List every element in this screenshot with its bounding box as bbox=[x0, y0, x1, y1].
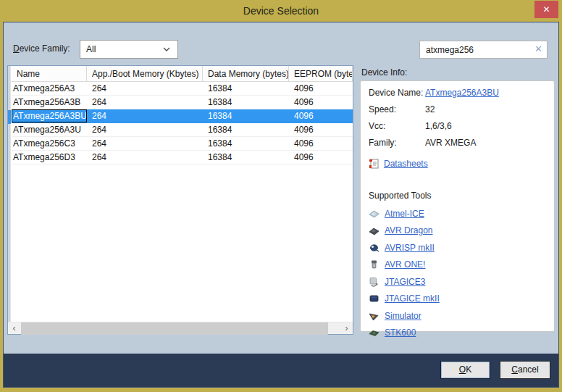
family-row: Family: AVR XMEGA bbox=[369, 138, 554, 154]
device-family-dropdown[interactable]: All bbox=[80, 40, 178, 59]
supported-tools-title: Supported Tools bbox=[369, 191, 554, 201]
device-info-title: Device Info: bbox=[361, 67, 407, 78]
search-input[interactable] bbox=[420, 41, 529, 58]
tool-link[interactable]: AVR ONE! bbox=[385, 259, 425, 270]
cell-eeprom: 4096 bbox=[289, 96, 353, 109]
tool-link[interactable]: Simulator bbox=[385, 311, 422, 321]
column-header-appboot[interactable]: App./Boot Memory (Kbytes) bbox=[87, 66, 203, 81]
cell-appboot: 264 bbox=[87, 137, 203, 150]
tool-link[interactable]: AVR Dragon bbox=[385, 225, 432, 235]
device-family-label: Device Family: bbox=[13, 43, 70, 54]
horizontal-scrollbar: ‹ › bbox=[8, 322, 353, 334]
cell-name: ATxmega256A3B bbox=[12, 96, 87, 109]
cell-name: ATxmega256A3U bbox=[12, 123, 87, 136]
tool-link[interactable]: Atmel-ICE bbox=[385, 209, 424, 219]
supported-tools-list: Atmel-ICE AVR Dragon AVRISP mkII bbox=[369, 205, 554, 341]
table-header: Name App./Boot Memory (Kbytes) Data Memo… bbox=[12, 66, 353, 82]
cell-datamem: 16384 bbox=[203, 151, 289, 164]
chevron-down-icon bbox=[163, 47, 170, 52]
clear-search-icon[interactable]: ✕ bbox=[534, 43, 542, 54]
cell-datamem: 16384 bbox=[203, 137, 289, 150]
device-selection-dialog: Device Selection ✕ Device Family: All ✕ … bbox=[0, 0, 562, 392]
cell-datamem: 16384 bbox=[203, 82, 289, 95]
cell-eeprom: 4096 bbox=[289, 109, 353, 122]
row-header-strip bbox=[8, 66, 11, 322]
datasheets-link[interactable]: Datasheets bbox=[384, 159, 428, 169]
cell-eeprom: 4096 bbox=[289, 151, 353, 164]
tool-link[interactable]: STK600 bbox=[385, 328, 416, 338]
selected-row-marker bbox=[8, 110, 11, 124]
cell-name: ATxmega256D3 bbox=[12, 151, 87, 164]
datasheets-row: Datasheets bbox=[369, 156, 554, 172]
table-row-selected[interactable]: ATxmega256A3BU 264 16384 4096 bbox=[12, 109, 353, 123]
cell-eeprom: 4096 bbox=[289, 82, 353, 95]
vcc-value: 1,6/3,6 bbox=[425, 121, 452, 131]
cell-eeprom: 4096 bbox=[289, 123, 353, 136]
device-name-link[interactable]: ATxmega256A3BU bbox=[425, 88, 499, 98]
table-row[interactable]: ATxmega256A3U 264 16384 4096 bbox=[12, 123, 353, 137]
pdf-document-icon bbox=[369, 159, 379, 169]
close-icon: ✕ bbox=[542, 4, 550, 14]
cell-datamem: 16384 bbox=[203, 96, 289, 109]
device-info-panel: Device Name: ATxmega256A3BU Speed: 32 Vc… bbox=[360, 80, 555, 332]
table-row[interactable]: ATxmega256D3 264 16384 4096 bbox=[12, 151, 353, 164]
scrollbar-thumb[interactable] bbox=[21, 322, 328, 335]
cell-appboot: 264 bbox=[87, 123, 203, 136]
simulator-icon bbox=[369, 311, 379, 321]
tool-item: STK600 bbox=[369, 325, 554, 342]
table-row[interactable]: ATxmega256A3 264 16384 4096 bbox=[12, 82, 353, 96]
titlebar: Device Selection ✕ bbox=[0, 0, 562, 22]
cell-appboot: 264 bbox=[87, 151, 203, 164]
column-header-name[interactable]: Name bbox=[12, 66, 87, 81]
close-button[interactable]: ✕ bbox=[534, 1, 558, 18]
jtagice-mkii-icon bbox=[369, 293, 379, 304]
scroll-right-icon[interactable]: › bbox=[340, 322, 353, 334]
tool-link[interactable]: AVRISP mkII bbox=[385, 243, 435, 253]
device-search: ✕ bbox=[419, 41, 548, 59]
table-row[interactable]: ATxmega256C3 264 16384 4096 bbox=[12, 137, 353, 151]
jtagice3-icon bbox=[369, 277, 379, 287]
table-row[interactable]: ATxmega256A3B 264 16384 4096 bbox=[12, 96, 353, 109]
cell-datamem: 16384 bbox=[203, 109, 289, 122]
vcc-label: Vcc: bbox=[369, 121, 425, 131]
ok-button[interactable]: OK bbox=[440, 361, 490, 379]
tool-item: AVRISP mkII bbox=[369, 239, 554, 257]
scrollbar-track[interactable] bbox=[20, 322, 340, 335]
cancel-button[interactable]: Cancel bbox=[500, 361, 550, 379]
tool-item: AVR ONE! bbox=[369, 257, 554, 274]
column-header-eeprom[interactable]: EEPROM (bytes) bbox=[289, 66, 353, 81]
tool-item: JTAGICE3 bbox=[369, 273, 554, 291]
device-name-row: Device Name: ATxmega256A3BU bbox=[369, 88, 554, 104]
cell-appboot: 264 bbox=[87, 96, 203, 109]
speed-value: 32 bbox=[425, 104, 435, 114]
tool-link[interactable]: JTAGICE mkII bbox=[385, 293, 440, 304]
family-label: Family: bbox=[369, 138, 425, 148]
table-body: ATxmega256A3 264 16384 4096 ATxmega256A3… bbox=[12, 82, 353, 164]
family-value: AVR XMEGA bbox=[425, 138, 476, 148]
cell-name: ATxmega256A3BU bbox=[12, 109, 87, 122]
footer-bar: OK Cancel bbox=[4, 354, 558, 387]
dialog-title: Device Selection bbox=[0, 5, 562, 17]
avr-dragon-icon bbox=[369, 225, 379, 235]
avrisp-mkii-icon bbox=[369, 243, 379, 253]
tool-item: Simulator bbox=[369, 307, 554, 325]
vcc-row: Vcc: 1,6/3,6 bbox=[369, 121, 554, 138]
device-name-label: Device Name: bbox=[369, 88, 425, 98]
device-family-value: All bbox=[86, 44, 96, 54]
device-table: Name App./Boot Memory (Kbytes) Data Memo… bbox=[7, 65, 353, 335]
tool-link[interactable]: JTAGICE3 bbox=[385, 277, 425, 287]
speed-label: Speed: bbox=[369, 104, 425, 114]
cell-name: ATxmega256A3 bbox=[12, 82, 87, 95]
tool-item: Atmel-ICE bbox=[369, 205, 554, 222]
tool-item: AVR Dragon bbox=[369, 222, 554, 240]
atmel-ice-icon bbox=[369, 209, 379, 219]
cell-datamem: 16384 bbox=[203, 123, 289, 136]
cell-eeprom: 4096 bbox=[289, 137, 353, 150]
column-header-datamem[interactable]: Data Memory (bytes) bbox=[203, 66, 289, 81]
dialog-body: Device Family: All ✕ Name App./Boot Memo… bbox=[3, 22, 559, 388]
stk600-icon bbox=[369, 328, 379, 338]
avr-one-icon bbox=[369, 259, 379, 270]
cell-appboot: 264 bbox=[87, 82, 203, 95]
cell-name: ATxmega256C3 bbox=[12, 137, 87, 150]
scroll-left-icon[interactable]: ‹ bbox=[8, 322, 20, 334]
